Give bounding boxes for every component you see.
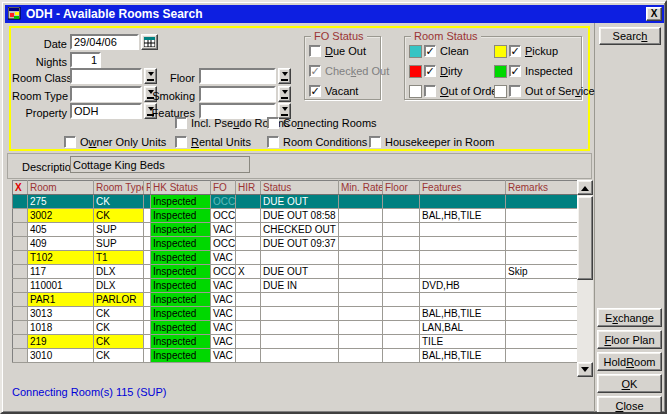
- checkbox-out-of-order[interactable]: [424, 85, 436, 97]
- room-class-label: Room Class: [12, 71, 67, 85]
- table-row-405[interactable]: 405SUPInspectedVACCHECKED OUT: [13, 223, 578, 237]
- cell-features: [420, 251, 506, 265]
- table-row-T102[interactable]: T102T1InspectedVAC: [13, 251, 578, 265]
- cell-floor: [383, 349, 420, 363]
- table-row-117[interactable]: 117DLXInspectedOCCXDUE OUTSkip: [13, 265, 578, 279]
- cell-remarks: [506, 195, 578, 209]
- table-row-3010[interactable]: 3010CKInspectedVACBAL,HB,TILE: [13, 349, 578, 363]
- cell-hir: [236, 321, 261, 335]
- calendar-button[interactable]: [141, 34, 158, 50]
- room-type-input[interactable]: [70, 86, 142, 102]
- checkbox-rental-units[interactable]: [175, 136, 187, 148]
- column-header-floor[interactable]: Floor: [383, 181, 420, 195]
- checkbox-row-due-out[interactable]: Due Out: [309, 44, 366, 58]
- checkbox-row-vacant[interactable]: ✓Vacant: [309, 84, 358, 98]
- column-header-room-type[interactable]: Room Type: [94, 181, 144, 195]
- cell-features: [420, 293, 506, 307]
- checkbox-inspected[interactable]: ✓: [509, 65, 521, 77]
- scroll-down-icon[interactable]: [577, 362, 593, 377]
- checkbox-owner-only-units[interactable]: [64, 136, 76, 148]
- out-of-order-color-swatch: [409, 85, 422, 98]
- cell-floor: [383, 321, 420, 335]
- table-row-275[interactable]: 275CKInspectedOCCDUE OUT: [13, 195, 578, 209]
- cell-room: T102: [28, 251, 94, 265]
- row-marker: [13, 195, 28, 209]
- smoking-input[interactable]: [199, 86, 276, 102]
- column-header-min-rate[interactable]: Min. Rate: [339, 181, 383, 195]
- checkbox-incl-pseudo-rooms[interactable]: [175, 117, 187, 129]
- table-row-3002[interactable]: 3002CKInspectedOCCDUE OUT 08:58BAL,HB,TI…: [13, 209, 578, 223]
- search-button[interactable]: Search: [599, 27, 661, 45]
- cell-status: DUE OUT: [261, 265, 339, 279]
- checkbox-row-owner-only-units[interactable]: Owner Only Units: [64, 135, 166, 149]
- checkbox-row-dirty[interactable]: ✓Dirty: [409, 64, 463, 78]
- smoking-dropdown-icon[interactable]: [278, 86, 291, 102]
- column-header-features[interactable]: Features: [420, 181, 506, 195]
- vertical-scrollbar[interactable]: [577, 180, 593, 377]
- row-marker: [13, 335, 28, 349]
- column-header-fo[interactable]: FO: [211, 181, 236, 195]
- property-input[interactable]: [70, 103, 142, 119]
- checkbox-row-rental-units[interactable]: Rental Units: [175, 135, 251, 149]
- column-header-status[interactable]: Status: [261, 181, 339, 195]
- checkbox-row-room-conditions[interactable]: Room Conditions: [267, 135, 367, 149]
- cell-room: 275: [28, 195, 94, 209]
- table-row-1018[interactable]: 1018CKInspectedVACLAN,BAL: [13, 321, 578, 335]
- date-input[interactable]: [70, 34, 139, 50]
- column-header-remarks[interactable]: Remarks: [506, 181, 578, 195]
- cell-hk-status: Inspected: [151, 237, 211, 251]
- column-header-room[interactable]: Room: [28, 181, 94, 195]
- cell-fo: VAC: [211, 279, 236, 293]
- table-row-409[interactable]: 409SUPInspectedOCCDUE OUT 09:37: [13, 237, 578, 251]
- column-header-x[interactable]: X: [13, 181, 28, 195]
- cell-fo: VAC: [211, 307, 236, 321]
- cell-min-rate: [339, 335, 383, 349]
- checkbox-row-inspected[interactable]: ✓Inspected: [494, 64, 573, 78]
- table-header-row[interactable]: XRoomRoom TypeRHK StatusFOHIRStatusMin. …: [13, 181, 578, 195]
- checkbox-row-pickup[interactable]: ✓Pickup: [494, 44, 558, 58]
- scroll-up-icon[interactable]: [577, 180, 593, 195]
- checkbox-due-out[interactable]: [309, 45, 321, 57]
- checkbox-housekeeper-in-room[interactable]: [369, 136, 381, 148]
- nights-input[interactable]: [70, 52, 101, 68]
- floor-dropdown-icon[interactable]: [278, 68, 291, 84]
- column-header-hir[interactable]: HIR: [236, 181, 261, 195]
- column-header-r[interactable]: R: [144, 181, 151, 195]
- checkbox-row-checked-out[interactable]: ✓Checked Out: [309, 64, 389, 78]
- checkbox-pickup[interactable]: ✓: [509, 45, 521, 57]
- checkbox-out-of-service[interactable]: [509, 85, 521, 97]
- checkbox-row-connecting-rooms[interactable]: Connecting Rooms: [267, 116, 377, 130]
- cell-hk-status: Inspected: [151, 335, 211, 349]
- checkbox-clean[interactable]: ✓: [424, 45, 436, 57]
- table-row-110001[interactable]: 110001DLXInspectedVACDUE INDVD,HB: [13, 279, 578, 293]
- cell-r: [144, 279, 151, 293]
- scrollbar-thumb[interactable]: [577, 196, 593, 280]
- floor-input[interactable]: [199, 68, 276, 84]
- column-header-hk-status[interactable]: HK Status: [151, 181, 211, 195]
- ok-button[interactable]: OK: [597, 374, 662, 393]
- cell-floor: [383, 209, 420, 223]
- checkbox-dirty[interactable]: ✓: [424, 65, 436, 77]
- description-input[interactable]: [70, 156, 250, 173]
- checkbox-row-clean[interactable]: ✓Clean: [409, 44, 469, 58]
- titlebar[interactable]: ODH - Available Rooms Search X: [5, 5, 664, 23]
- out-of-order-label: Out of Order: [440, 85, 501, 97]
- checkbox-room-conditions[interactable]: [267, 136, 279, 148]
- cell-hir: [236, 251, 261, 265]
- checkbox-vacant[interactable]: ✓: [309, 85, 321, 97]
- close-icon[interactable]: X: [646, 7, 662, 21]
- room-class-input[interactable]: [70, 68, 142, 84]
- cell-hir: X: [236, 265, 261, 279]
- checkbox-row-out-of-order[interactable]: Out of Order: [409, 84, 501, 98]
- checkbox-checked-out[interactable]: ✓: [309, 65, 321, 77]
- exchange-button[interactable]: Exchange: [597, 308, 662, 327]
- hold-room-button[interactable]: Hold Room: [597, 352, 662, 371]
- checkbox-row-out-of-service[interactable]: Out of Service: [494, 84, 595, 98]
- table-row-219[interactable]: 219CKInspectedVACTILE: [13, 335, 578, 349]
- table-row-3013[interactable]: 3013CKInspectedVACBAL,HB,TILE: [13, 307, 578, 321]
- table-row-PAR1[interactable]: PAR1PARLORInspectedVAC: [13, 293, 578, 307]
- checkbox-connecting-rooms[interactable]: [267, 117, 279, 129]
- floor-plan-button[interactable]: Floor Plan: [597, 330, 662, 349]
- close-button[interactable]: Close: [597, 396, 662, 414]
- checkbox-row-housekeeper-in-room[interactable]: Housekeeper in Room: [369, 135, 494, 149]
